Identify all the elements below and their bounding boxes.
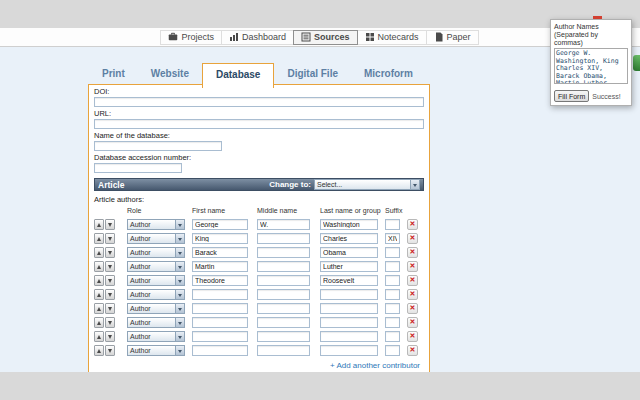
first-name-input[interactable] — [192, 289, 248, 300]
suffix-input[interactable] — [385, 317, 400, 328]
move-down-button[interactable] — [105, 289, 115, 300]
delete-row-button[interactable] — [407, 219, 418, 230]
move-down-button[interactable] — [105, 261, 115, 272]
middle-name-input[interactable] — [257, 247, 310, 258]
role-select-value: Author — [128, 333, 175, 340]
change-to-select[interactable]: Select... — [314, 179, 420, 190]
move-up-button[interactable] — [94, 219, 104, 230]
role-select[interactable]: Author — [127, 331, 185, 342]
first-name-input[interactable] — [192, 261, 248, 272]
author-names-textarea[interactable]: George W. Washington, King Charles XIV, … — [554, 48, 628, 84]
suffix-input[interactable] — [385, 219, 400, 230]
move-up-button[interactable] — [94, 247, 104, 258]
move-up-button[interactable] — [94, 345, 104, 356]
last-name-input[interactable] — [320, 233, 378, 244]
suffix-input[interactable] — [385, 345, 400, 356]
delete-row-button[interactable] — [407, 345, 418, 356]
move-down-button[interactable] — [105, 247, 115, 258]
move-down-button[interactable] — [105, 233, 115, 244]
nav-item-projects[interactable]: Projects — [160, 30, 222, 45]
delete-row-button[interactable] — [407, 303, 418, 314]
first-name-input[interactable] — [192, 247, 248, 258]
first-name-input[interactable] — [192, 219, 248, 230]
suffix-input[interactable] — [385, 233, 400, 244]
delete-row-button[interactable] — [407, 331, 418, 342]
last-name-input[interactable] — [320, 289, 378, 300]
add-contributor-link[interactable]: + Add another contributor — [94, 361, 424, 370]
last-name-input[interactable] — [320, 219, 378, 230]
move-down-button[interactable] — [105, 275, 115, 286]
role-select[interactable]: Author — [127, 233, 185, 244]
delete-row-button[interactable] — [407, 317, 418, 328]
role-select-value: Author — [128, 291, 175, 298]
delete-row-button[interactable] — [407, 247, 418, 258]
delete-row-button[interactable] — [407, 275, 418, 286]
middle-name-input[interactable] — [257, 303, 310, 314]
tab-microform[interactable]: Microform — [351, 63, 426, 88]
last-name-input[interactable] — [320, 331, 378, 342]
tab-digital-file[interactable]: Digital File — [274, 63, 351, 88]
first-name-input[interactable] — [192, 233, 248, 244]
role-select[interactable]: Author — [127, 317, 185, 328]
delete-row-button[interactable] — [407, 289, 418, 300]
move-down-button[interactable] — [105, 345, 115, 356]
move-down-button[interactable] — [105, 219, 115, 230]
suffix-input[interactable] — [385, 261, 400, 272]
tab-database[interactable]: Database — [202, 63, 274, 88]
tab-website[interactable]: Website — [138, 63, 202, 88]
first-name-input[interactable] — [192, 303, 248, 314]
middle-name-input[interactable] — [257, 331, 310, 342]
middle-name-input[interactable] — [257, 345, 310, 356]
middle-name-input[interactable] — [257, 233, 310, 244]
nav-item-notecards[interactable]: Notecards — [357, 30, 427, 45]
middle-name-input[interactable] — [257, 219, 310, 230]
last-name-input[interactable] — [320, 247, 378, 258]
move-up-button[interactable] — [94, 331, 104, 342]
first-name-input[interactable] — [192, 317, 248, 328]
move-up-button[interactable] — [94, 275, 104, 286]
nav-item-paper[interactable]: Paper — [426, 30, 479, 45]
accession-number-input[interactable] — [94, 163, 182, 173]
role-select[interactable]: Author — [127, 247, 185, 258]
delete-row-button[interactable] — [407, 261, 418, 272]
move-down-button[interactable] — [105, 331, 115, 342]
first-name-input[interactable] — [192, 331, 248, 342]
suffix-input[interactable] — [385, 289, 400, 300]
middle-name-input[interactable] — [257, 261, 310, 272]
nav-item-dashboard[interactable]: Dashboard — [221, 30, 294, 45]
middle-name-input[interactable] — [257, 317, 310, 328]
middle-name-input[interactable] — [257, 275, 310, 286]
move-up-button[interactable] — [94, 261, 104, 272]
move-down-button[interactable] — [105, 317, 115, 328]
move-up-button[interactable] — [94, 303, 104, 314]
first-name-input[interactable] — [192, 275, 248, 286]
middle-name-input[interactable] — [257, 289, 310, 300]
suffix-input[interactable] — [385, 247, 400, 258]
last-name-input[interactable] — [320, 317, 378, 328]
last-name-input[interactable] — [320, 261, 378, 272]
tab-print[interactable]: Print — [89, 63, 138, 88]
nav-item-sources[interactable]: Sources — [293, 30, 358, 45]
last-name-input[interactable] — [320, 275, 378, 286]
suffix-input[interactable] — [385, 331, 400, 342]
move-up-button[interactable] — [94, 233, 104, 244]
move-up-button[interactable] — [94, 317, 104, 328]
fill-form-button[interactable]: Fill Form — [554, 90, 589, 102]
last-name-input[interactable] — [320, 303, 378, 314]
url-input[interactable] — [94, 119, 424, 129]
first-name-input[interactable] — [192, 345, 248, 356]
role-select[interactable]: Author — [127, 275, 185, 286]
role-select[interactable]: Author — [127, 219, 185, 230]
move-up-button[interactable] — [94, 289, 104, 300]
last-name-input[interactable] — [320, 345, 378, 356]
move-down-button[interactable] — [105, 303, 115, 314]
delete-row-button[interactable] — [407, 233, 418, 244]
role-select[interactable]: Author — [127, 289, 185, 300]
suffix-input[interactable] — [385, 275, 400, 286]
role-select[interactable]: Author — [127, 261, 185, 272]
database-name-input[interactable] — [94, 141, 222, 151]
doi-input[interactable] — [94, 97, 424, 107]
role-select[interactable]: Author — [127, 345, 185, 356]
suffix-input[interactable] — [385, 303, 400, 314]
role-select[interactable]: Author — [127, 303, 185, 314]
